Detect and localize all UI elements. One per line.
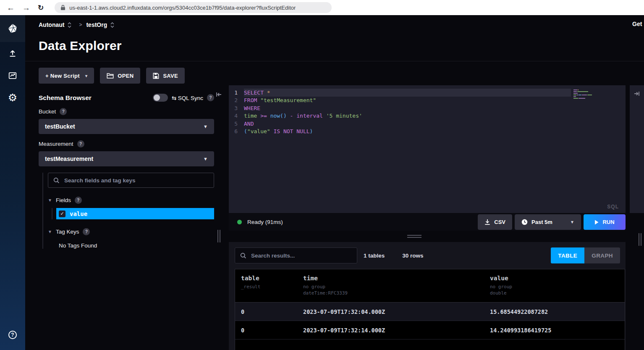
minimap[interactable] <box>573 89 592 100</box>
org-switcher-icon[interactable] <box>67 22 72 28</box>
expand-right-icon[interactable] <box>634 91 640 213</box>
sql-sync-toggle[interactable] <box>153 94 168 102</box>
browser-back-icon[interactable]: ← <box>7 4 15 12</box>
run-button[interactable]: RUN <box>584 214 626 230</box>
line-number: 4 <box>229 113 244 119</box>
help-icon: ? <box>8 331 17 339</box>
nav-data-explorer[interactable] <box>0 64 25 87</box>
measurement-help-icon[interactable]: ? <box>77 140 84 147</box>
save-icon <box>153 73 159 79</box>
gear-icon: ⚙ <box>8 92 17 103</box>
results-search-input[interactable] <box>251 253 352 259</box>
open-label: OPEN <box>118 73 134 79</box>
editor-line[interactable]: 5AND <box>229 120 626 128</box>
horizontal-drag-handle[interactable] <box>407 235 421 239</box>
code-lines[interactable]: 1SELECT *2FROM "testMeasurement"3WHERE4t… <box>229 89 626 135</box>
get-link[interactable]: Get <box>632 21 644 27</box>
horizontal-splitter[interactable] <box>229 231 626 242</box>
script-toolbar: + New Script ▾ OPEN SAVE <box>25 61 644 85</box>
editor-line[interactable]: 2FROM "testMeasurement" <box>229 97 626 105</box>
new-script-button[interactable]: + New Script ▾ <box>39 68 94 84</box>
breadcrumb-separator: > <box>79 22 82 28</box>
sql-sync-help-icon[interactable]: ? <box>207 94 214 101</box>
schema-search-box[interactable] <box>48 173 214 188</box>
save-label: SAVE <box>163 73 178 79</box>
breadcrumb-workspace[interactable]: testOrg <box>86 21 107 28</box>
code-tokens: FROM "testMeasurement" <box>244 97 571 105</box>
search-icon <box>53 177 60 184</box>
editor-line[interactable]: 1SELECT * <box>229 89 626 97</box>
folder-icon <box>107 73 114 79</box>
clock-icon <box>521 219 528 225</box>
tag-keys-help-icon[interactable]: ? <box>83 228 90 235</box>
editor-line[interactable]: 3WHERE <box>229 104 626 112</box>
measurement-dropdown[interactable]: testMeasurement ▼ <box>39 151 214 166</box>
table-cell: 14.240993186419725 <box>490 327 625 334</box>
column-header: table_result <box>241 275 303 296</box>
measurement-value: testMeasurement <box>45 155 93 162</box>
results-table: table_resulttimeno groupdateTime:RFC3339… <box>235 269 625 350</box>
bucket-dropdown[interactable]: testBucket ▼ <box>39 119 214 134</box>
editor-results-column: 1SELECT *2FROM "testMeasurement"3WHERE4t… <box>229 85 644 350</box>
line-number: 6 <box>229 128 244 134</box>
results-table-header: table_resulttimeno groupdateTime:RFC3339… <box>235 269 625 303</box>
browser-reload-icon[interactable]: ↻ <box>38 3 44 12</box>
field-item-value[interactable]: ✓ value <box>56 208 214 219</box>
chevron-down-icon: ▾ <box>85 74 87 78</box>
results-table-body: 02023-07-09T17:32:04.000Z15.685449220872… <box>235 303 625 339</box>
fields-help-icon[interactable]: ? <box>75 197 82 204</box>
table-row[interactable]: 02023-07-09T17:32:04.000Z15.685449220872… <box>235 303 625 321</box>
checkbox-checked-icon[interactable]: ✓ <box>59 211 65 217</box>
influxdb-cube-icon <box>7 23 18 34</box>
new-script-label: + New Script <box>45 73 80 79</box>
nav-settings[interactable]: ⚙ <box>0 87 25 109</box>
status-dot-icon <box>237 220 242 224</box>
schema-search-input[interactable] <box>64 177 209 184</box>
vertical-drag-handle-right[interactable] <box>639 233 641 246</box>
nav-help[interactable]: ? <box>0 324 25 346</box>
table-cell: 15.68544922087282 <box>490 308 625 315</box>
tab-table[interactable]: TABLE <box>551 247 584 263</box>
fields-label: Fields <box>56 197 71 203</box>
csv-label: CSV <box>494 219 505 225</box>
open-button[interactable]: OPEN <box>100 68 140 84</box>
rows-count: 30 rows <box>402 253 423 259</box>
time-range-label: Past 5m <box>531 219 552 225</box>
results-search-box[interactable] <box>235 247 357 263</box>
column-header: timeno groupdateTime:RFC3339 <box>303 275 490 296</box>
workspace-switcher-icon[interactable] <box>110 22 115 28</box>
browser-forward-icon[interactable]: → <box>22 4 30 12</box>
address-bar[interactable]: us-east-1-1.aws.cloud2.influxdata.com/or… <box>55 2 332 13</box>
nav-upload[interactable] <box>0 42 25 64</box>
results-panel: 1 tables 30 rows TABLE GRAPH table_resul… <box>229 242 626 350</box>
status-text: Ready (91ms) <box>247 219 283 225</box>
table-row[interactable]: 02023-07-09T17:32:14.000Z14.240993186419… <box>235 321 625 339</box>
bucket-help-icon[interactable]: ? <box>60 108 67 115</box>
save-button[interactable]: SAVE <box>146 68 185 84</box>
time-range-dropdown[interactable]: Past 5m ▼ <box>515 214 581 230</box>
editor-line[interactable]: 4time >= now() - interval '5 minutes' <box>229 112 626 120</box>
search-icon <box>240 253 246 259</box>
field-value-label: value <box>70 211 87 217</box>
table-cell: 0 <box>241 327 303 334</box>
left-nav-rail: ⚙ ? <box>0 15 25 350</box>
schema-tree: ▼ Fields ? ✓ value ▼ Tag Keys ? <box>42 173 214 249</box>
tag-keys-section-header[interactable]: ▼ Tag Keys ? <box>48 228 214 235</box>
tables-count: 1 tables <box>364 253 385 259</box>
line-number: 5 <box>229 121 244 127</box>
fields-section-header[interactable]: ▼ Fields ? <box>48 197 214 204</box>
table-cell: 2023-07-09T17:32:04.000Z <box>303 308 490 315</box>
breadcrumb-org[interactable]: Autonaut <box>39 21 64 28</box>
code-tokens: ("value" IS NOT NULL) <box>244 128 571 136</box>
csv-download-button[interactable]: CSV <box>478 214 512 230</box>
sql-editor[interactable]: 1SELECT *2FROM "testMeasurement"3WHERE4t… <box>229 85 626 213</box>
collapse-left-icon[interactable] <box>216 92 222 97</box>
no-tags-message: No Tags Found <box>59 242 214 249</box>
table-cell: 0 <box>241 308 303 315</box>
influxdb-logo[interactable] <box>0 15 25 42</box>
vertical-splitter[interactable] <box>214 85 229 350</box>
editor-line[interactable]: 6("value" IS NOT NULL) <box>229 128 626 136</box>
tab-graph[interactable]: GRAPH <box>584 247 620 263</box>
vertical-drag-handle[interactable] <box>217 230 220 242</box>
table-cell: 2023-07-09T17:32:14.000Z <box>303 327 490 334</box>
